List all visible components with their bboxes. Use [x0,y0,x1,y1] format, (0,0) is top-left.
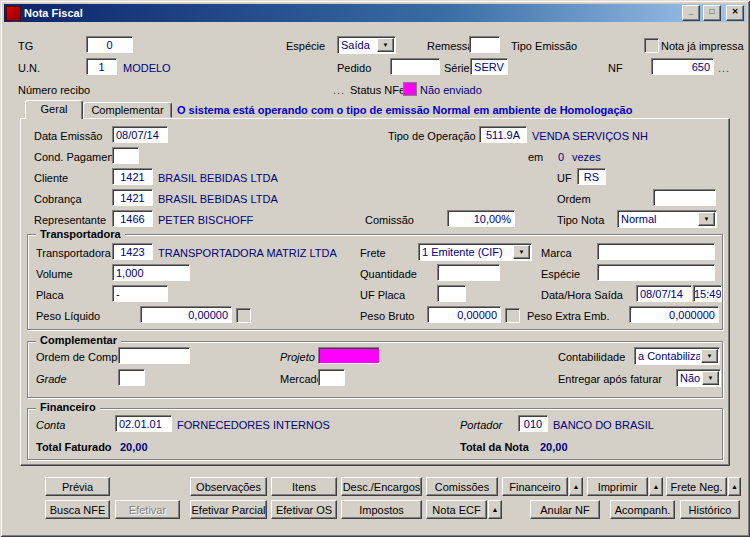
tipo-operacao-input[interactable] [479,126,527,143]
frete-neg-button[interactable]: Frete Neg. [666,477,727,496]
mercado-label: Mercado [280,373,323,386]
representante-input[interactable] [112,210,153,227]
financeiro-button[interactable]: Financeiro [502,477,568,496]
peso-bruto-input[interactable] [427,306,501,323]
comissoes-button[interactable]: Comissões [426,477,498,496]
quantidade-input[interactable] [437,264,500,281]
dropdown-arrow-icon[interactable]: ▼ [377,38,394,52]
uf-placa-input[interactable] [437,285,466,302]
quantidade-label: Quantidade [360,268,417,281]
nota-ecf-menu-arrow-button[interactable]: ▲ [488,500,502,519]
especie-embalagem-input[interactable] [597,264,715,281]
peso-extra-label: Peso Extra Emb. [527,310,610,323]
serie-input[interactable] [470,58,508,75]
uf-input[interactable] [577,168,606,185]
total-da-nota-value: 20,00 [540,441,568,454]
entregar-apos-faturar-label: Entregar após faturar [558,373,662,386]
cliente-label: Cliente [34,172,68,185]
transportadora-input[interactable] [112,243,153,260]
comissao-input[interactable] [447,210,515,227]
un-description: MODELO [123,62,171,75]
desc-encargos-button[interactable]: Desc./Encargos [341,477,422,496]
ordem-label: Ordem [557,193,591,206]
grade-input[interactable] [118,369,145,386]
observacoes-button[interactable]: Observações [190,477,267,496]
imprimir-button[interactable]: Imprimir [587,477,648,496]
cliente-input[interactable] [112,168,153,185]
contabilidade-select[interactable]: a Contabilizar ▼ [634,347,720,365]
placa-input[interactable] [112,285,168,302]
dropdown-arrow-icon[interactable]: ▼ [513,245,530,259]
data-saida-input[interactable] [636,285,692,302]
conta-input[interactable] [115,415,172,432]
close-button[interactable]: ✕ [726,5,744,21]
cond-pagamento-input[interactable] [112,147,139,164]
titlebar[interactable]: Nota Fiscal _ □ ✕ [4,4,746,22]
tab-complementar[interactable]: Complementar [83,102,172,118]
peso-liquido-label: Peso Líquido [36,310,100,323]
imprimir-menu-arrow-button[interactable]: ▲ [649,477,663,496]
itens-button[interactable]: Itens [271,477,337,496]
complementar-group-title: Complementar [36,334,121,347]
pedido-label: Pedido [337,62,371,75]
ordem-input[interactable] [653,189,716,206]
impostos-button[interactable]: Impostos [341,500,422,519]
window-title: Nota Fiscal [24,7,679,19]
transportadora-group-title: Transportadora [36,228,125,241]
tipo-nota-select[interactable]: Normal ▼ [617,210,717,228]
nf-browse-button[interactable]: ... [718,62,730,75]
volume-label: Volume [36,268,73,281]
hora-saida-input[interactable] [693,285,722,302]
maximize-button[interactable]: □ [703,5,721,21]
nota-ecf-button[interactable]: Nota ECF [426,500,487,519]
remessa-input[interactable] [469,36,500,53]
peso-liquido-input[interactable] [140,306,232,323]
financeiro-menu-arrow-button[interactable]: ▲ [569,477,583,496]
cobranca-label: Cobrança [34,193,82,206]
total-faturado-label: Total Faturado [36,441,112,454]
entregar-apos-faturar-select[interactable]: Não ▼ [676,369,721,387]
anular-nf-button[interactable]: Anular NF [530,500,600,519]
un-input[interactable] [86,58,117,75]
dropdown-arrow-icon[interactable]: ▼ [701,349,718,363]
minimize-button[interactable]: _ [682,5,700,21]
grade-label: Grade [36,373,67,386]
especie-select[interactable]: Saída ▼ [337,36,396,54]
mercado-input[interactable] [318,369,345,386]
tab-geral[interactable]: Geral [25,100,83,119]
busca-nfe-button[interactable]: Busca NFE [45,500,110,519]
efetivar-parcial-button[interactable]: Efetivar Parcial [190,500,267,519]
tipo-nota-value: Normal [618,211,697,227]
dropdown-arrow-icon[interactable]: ▼ [702,371,719,385]
cobranca-input[interactable] [112,189,153,206]
peso-bruto-checkbox[interactable] [505,308,520,323]
ordem-de-compra-input[interactable] [118,347,190,364]
nota-ja-impressa-checkbox[interactable] [644,38,659,53]
pedido-input[interactable] [390,58,440,75]
historico-button[interactable]: Histórico [680,500,740,519]
peso-liquido-checkbox[interactable] [236,308,251,323]
frete-neg-menu-arrow-button[interactable]: ▲ [728,477,741,496]
frete-value: 1 Emitente (CIF) [419,244,512,260]
peso-extra-input[interactable] [629,306,719,323]
frete-select[interactable]: 1 Emitente (CIF) ▼ [418,243,532,261]
status-nfe-indicator [403,82,417,96]
data-emissao-input[interactable] [112,126,168,143]
marca-input[interactable] [597,243,715,260]
tipo-operacao-description: VENDA SERVIÇOS NH [532,130,648,143]
previa-button[interactable]: Prévia [45,477,110,496]
projeto-input[interactable] [318,347,380,364]
efetivar-button: Efetivar [115,500,180,519]
acompanh-button[interactable]: Acompanh. [610,500,675,519]
tg-input[interactable] [86,36,133,53]
contabilidade-value: a Contabilizar [635,348,700,364]
volume-input[interactable] [112,264,190,281]
efetivar-os-button[interactable]: Efetivar OS [271,500,337,519]
nf-input[interactable] [651,58,714,75]
vezes-label: vezes [572,151,601,164]
numero-recibo-label: Número recibo [18,84,90,97]
projeto-label: Projeto [280,351,315,364]
numero-recibo-browse-button[interactable]: ... [333,84,345,97]
portador-input[interactable] [518,415,548,432]
dropdown-arrow-icon[interactable]: ▼ [698,212,715,226]
